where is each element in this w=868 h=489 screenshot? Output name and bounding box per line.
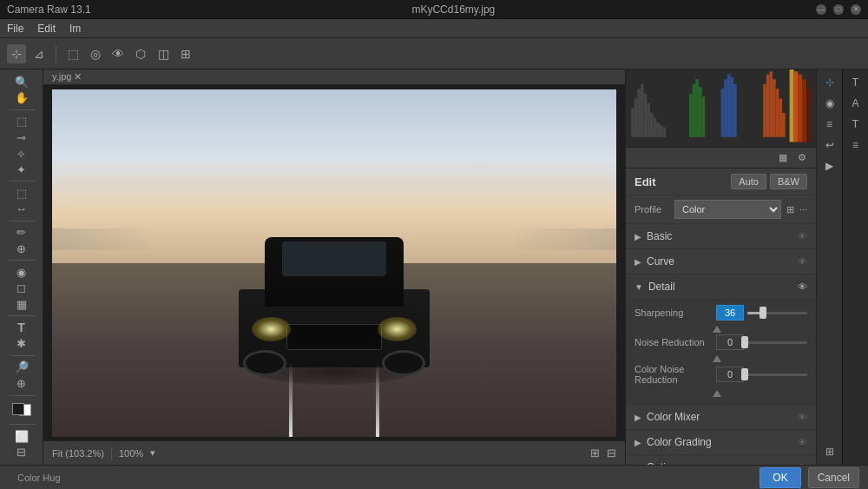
zoom-tool[interactable]: 🔍 — [9, 75, 35, 89]
close-button[interactable]: ✕ — [851, 4, 861, 15]
color-grading-eye[interactable]: 👁 — [798, 437, 807, 447]
svg-rect-17 — [766, 75, 770, 137]
eyedropper-tool[interactable]: ⊿ — [30, 44, 49, 63]
gradient-tool[interactable]: ◫ — [154, 44, 173, 63]
svg-rect-18 — [769, 71, 773, 137]
sharpening-input[interactable]: 36 — [716, 305, 744, 320]
menu-edit[interactable]: Edit — [37, 23, 56, 35]
histogram-icon[interactable]: ▦ — [774, 149, 792, 167]
noise-reduction-slider[interactable] — [747, 341, 807, 344]
section-color-mixer[interactable]: ▶ Color Mixer 👁 — [626, 405, 816, 430]
brush-tool-left[interactable]: ◉ — [9, 265, 35, 279]
grille — [286, 324, 382, 350]
color-noise-thumb[interactable] — [741, 368, 748, 380]
layers-icon3[interactable]: T — [846, 115, 865, 134]
profile-menu-icon[interactable]: ⊞ — [786, 204, 794, 215]
sharpening-thumb[interactable] — [760, 307, 766, 319]
svg-rect-14 — [730, 77, 733, 137]
color-swatch[interactable] — [12, 403, 31, 416]
svg-rect-16 — [763, 84, 766, 137]
zoom-out-tool[interactable]: 🔎 — [9, 360, 35, 374]
layers-icon4[interactable]: ≡ — [846, 135, 865, 155]
healing-tool-left[interactable]: ⊕ — [9, 241, 35, 255]
maximize-button[interactable]: □ — [833, 4, 844, 15]
outer-right-panel: T A T ≡ — [842, 69, 868, 465]
basic-eye[interactable]: 👁 — [798, 231, 807, 241]
noise-reduction-input[interactable]: 0 — [716, 334, 744, 350]
color-panel-icon[interactable]: ◉ — [820, 94, 839, 113]
text-tool[interactable]: T — [9, 320, 35, 334]
status-sep-1 — [111, 447, 112, 459]
bw-button[interactable]: B&W — [770, 174, 807, 189]
range-mask-tool[interactable]: ⊞ — [176, 44, 195, 63]
grid-icon[interactable]: ⊞ — [590, 446, 600, 459]
settings-icon[interactable]: ⚙ — [793, 149, 811, 167]
color-mixer-eye[interactable]: 👁 — [798, 412, 807, 422]
measure-tool[interactable]: ↔ — [9, 202, 35, 215]
cancel-button[interactable]: Cancel — [808, 467, 859, 488]
optics-eye[interactable]: 👁 — [798, 462, 807, 465]
color-noise-input[interactable]: 0 — [716, 367, 744, 382]
history-panel-icon[interactable]: ↩ — [820, 135, 839, 155]
canvas-wrapper[interactable] — [43, 85, 625, 440]
quick-sel-tool[interactable]: ⟡ — [9, 146, 35, 160]
magic-wand-tool[interactable]: ✦ — [9, 162, 35, 176]
basic-chevron: ▶ — [635, 232, 641, 241]
hand-tool[interactable]: ✋ — [9, 90, 35, 104]
edit-panel-icon[interactable]: ⊹ — [820, 73, 839, 92]
minimize-button[interactable]: — — [816, 4, 826, 15]
screen-mode-tool[interactable]: ⬜ — [9, 429, 35, 443]
svg-rect-26 — [699, 87, 702, 137]
curve-eye[interactable]: 👁 — [798, 256, 807, 267]
section-basic[interactable]: ▶ Basic 👁 — [626, 224, 816, 249]
crop-tool[interactable]: ⬚ — [63, 44, 82, 63]
split-view-icon[interactable]: ⊟ — [607, 446, 616, 459]
zoom-extra-tool[interactable]: ⊕ — [9, 376, 35, 390]
section-detail[interactable]: ▼ Detail 👁 — [626, 274, 816, 300]
eraser-tool[interactable]: ◻ — [9, 281, 35, 295]
section-color-grading[interactable]: ▶ Color Grading 👁 — [626, 430, 816, 455]
brush-tool[interactable]: ⬡ — [131, 44, 150, 63]
menu-file[interactable]: File — [7, 23, 23, 35]
headlight-left — [252, 317, 291, 341]
file-tab[interactable]: y.jpg ✕ — [43, 69, 625, 85]
sharpening-slider[interactable] — [747, 312, 807, 314]
color-noise-slider[interactable] — [747, 373, 807, 376]
gradient-fill-tool[interactable]: ▦ — [9, 297, 35, 311]
crop-tool-left[interactable]: ⬚ — [9, 186, 35, 200]
path-tool[interactable]: ✱ — [9, 337, 35, 351]
histogram-area — [626, 69, 816, 148]
canvas-area: y.jpg ✕ — [43, 69, 625, 465]
canvas-statusbar: Fit (103.2%) 100% ▾ ⊞ ⊟ — [43, 440, 625, 465]
section-optics[interactable]: ▶ Optics 👁 — [626, 455, 816, 465]
windshield — [282, 241, 386, 276]
profile-select[interactable]: Color — [674, 200, 781, 219]
section-curve[interactable]: ▶ Curve 👁 — [626, 249, 816, 274]
profile-info-icon[interactable]: ··· — [799, 204, 807, 215]
auto-button[interactable]: Auto — [731, 174, 766, 189]
view-mode-tool[interactable]: ⊟ — [9, 445, 35, 459]
layers-icon2[interactable]: A — [846, 94, 865, 113]
eyedropper-tool-left[interactable]: ✏ — [9, 226, 35, 240]
zoom-arrow[interactable]: ▾ — [150, 447, 155, 459]
heal-tool[interactable]: ◎ — [86, 44, 105, 63]
actions-panel-icon[interactable]: ▶ — [820, 156, 839, 175]
layers-info: Color Hug — [9, 472, 753, 483]
detail-eye[interactable]: 👁 — [798, 281, 807, 292]
noise-thumb[interactable] — [741, 336, 748, 348]
svg-rect-9 — [660, 126, 663, 137]
lasso-tool[interactable]: ⊸ — [9, 130, 35, 144]
noise-reduction-row: Noise Reduction 0 — [635, 334, 807, 350]
car-body-group — [239, 220, 430, 367]
top-toolbar: ⊹ ⊿ ⬚ ◎ 👁 ⬡ ◫ ⊞ — [0, 38, 868, 69]
move-tool[interactable]: ⊹ — [7, 44, 26, 63]
layers-panel-icon[interactable]: ≡ — [820, 115, 839, 134]
zoom-fit[interactable]: Fit (103.2%) — [52, 448, 104, 459]
layers-expand-icon[interactable]: T — [846, 73, 865, 92]
ok-button[interactable]: OK — [760, 467, 800, 488]
main-layout: 🔍 ✋ ⬚ ⊸ ⟡ ✦ ⬚ ↔ ✏ ⊕ ◉ ◻ ▦ T ✱ 🔎 ⊕ ⬜ ⊟ y.… — [0, 69, 868, 465]
select-tool[interactable]: ⬚ — [9, 115, 35, 129]
redeye-tool[interactable]: 👁 — [108, 44, 128, 63]
grid-panel-icon[interactable]: ⊞ — [820, 442, 839, 461]
menu-im[interactable]: Im — [69, 23, 81, 35]
